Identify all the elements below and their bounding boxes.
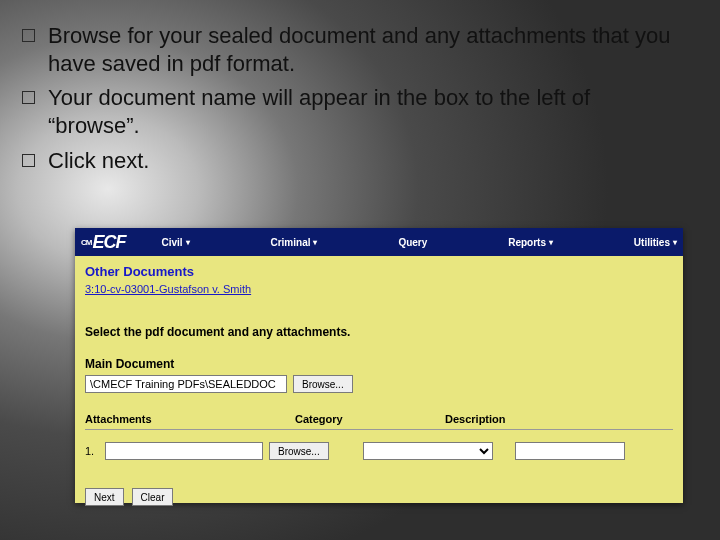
attachment-row: 1. Browse... [85,442,673,460]
ecf-screenshot-panel: CM ECF Civil▾ Criminal▾ Query Reports▾ U… [75,228,683,503]
main-document-label: Main Document [85,357,673,371]
browse-button-attachment[interactable]: Browse... [269,442,329,460]
chevron-down-icon: ▾ [186,238,190,247]
bullet-item: Your document name will appear in the bo… [20,84,680,140]
attachment-file-input[interactable] [105,442,263,460]
menu-civil[interactable]: Civil▾ [161,237,189,248]
bullet-item: Click next. [20,147,680,175]
main-document-input[interactable] [85,375,287,393]
ecf-menubar: CM ECF Civil▾ Criminal▾ Query Reports▾ U… [75,228,683,256]
main-document-row: Browse... [85,375,673,393]
next-button[interactable]: Next [85,488,124,506]
chevron-down-icon: ▾ [673,238,677,247]
category-select[interactable] [363,442,493,460]
bullet-item: Browse for your sealed document and any … [20,22,680,78]
col-attachments: Attachments [85,413,295,425]
bullet-text: Your document name will appear in the bo… [48,85,590,138]
clear-button[interactable]: Clear [132,488,174,506]
ecf-logo: CM ECF [81,232,125,253]
instruction-bullets: Browse for your sealed document and any … [20,22,680,181]
menu-criminal[interactable]: Criminal▾ [270,237,317,248]
menu-query[interactable]: Query [398,237,427,248]
browse-button-main[interactable]: Browse... [293,375,353,393]
chevron-down-icon: ▾ [313,238,317,247]
description-input[interactable] [515,442,625,460]
col-category: Category [295,413,445,425]
logo-ecf: ECF [92,232,125,253]
chevron-down-icon: ▾ [549,238,553,247]
logo-cm: CM [81,239,91,246]
attachments-header-row: Attachments Category Description [85,413,673,430]
bullet-text: Click next. [48,148,149,173]
col-description: Description [445,413,565,425]
bottom-button-row: Next Clear [85,488,673,506]
ecf-body: Other Documents 3:10-cv-03001-Gustafson … [75,256,683,512]
menu-utilities[interactable]: Utilities▾ [634,237,677,248]
case-link[interactable]: 3:10-cv-03001-Gustafson v. Smith [85,283,251,295]
attachment-row-number: 1. [85,445,99,457]
menu-reports[interactable]: Reports▾ [508,237,553,248]
instruction-text: Select the pdf document and any attachme… [85,325,673,339]
section-title: Other Documents [85,264,673,279]
bullet-text: Browse for your sealed document and any … [48,23,670,76]
